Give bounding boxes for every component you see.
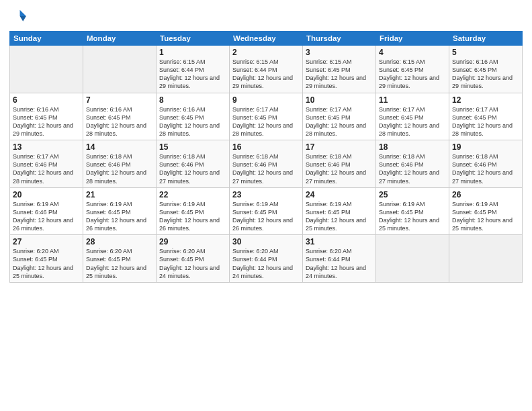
calendar-cell: 15Sunrise: 6:18 AM Sunset: 6:46 PM Dayli… — [157, 140, 230, 188]
day-info: Sunrise: 6:15 AM Sunset: 6:45 PM Dayligh… — [379, 58, 446, 91]
day-number: 10 — [306, 95, 373, 105]
day-number: 20 — [13, 190, 80, 199]
header — [9, 7, 523, 26]
day-info: Sunrise: 6:17 AM Sunset: 6:45 PM Dayligh… — [379, 105, 446, 138]
day-info: Sunrise: 6:15 AM Sunset: 6:44 PM Dayligh… — [232, 58, 300, 91]
day-number: 11 — [379, 95, 446, 105]
day-number: 26 — [452, 190, 519, 199]
calendar-cell: 21Sunrise: 6:19 AM Sunset: 6:45 PM Dayli… — [83, 187, 157, 235]
calendar-cell: 28Sunrise: 6:20 AM Sunset: 6:45 PM Dayli… — [83, 235, 157, 283]
calendar-cell: 16Sunrise: 6:18 AM Sunset: 6:46 PM Dayli… — [230, 140, 303, 188]
day-number: 8 — [159, 95, 226, 105]
calendar-table: SundayMondayTuesdayWednesdayThursdayFrid… — [9, 31, 523, 283]
day-info: Sunrise: 6:18 AM Sunset: 6:46 PM Dayligh… — [452, 152, 519, 185]
weekday-header-thursday: Thursday — [303, 32, 376, 46]
day-number: 15 — [159, 142, 226, 152]
day-info: Sunrise: 6:18 AM Sunset: 6:46 PM Dayligh… — [232, 152, 300, 185]
day-info: Sunrise: 6:20 AM Sunset: 6:45 PM Dayligh… — [13, 247, 80, 280]
day-info: Sunrise: 6:17 AM Sunset: 6:45 PM Dayligh… — [306, 105, 373, 138]
day-number: 17 — [306, 142, 373, 152]
day-info: Sunrise: 6:15 AM Sunset: 6:45 PM Dayligh… — [306, 58, 373, 91]
calendar-week-row: 6Sunrise: 6:16 AM Sunset: 6:45 PM Daylig… — [10, 93, 523, 140]
calendar-cell: 18Sunrise: 6:18 AM Sunset: 6:46 PM Dayli… — [376, 140, 449, 188]
calendar-cell: 10Sunrise: 6:17 AM Sunset: 6:45 PM Dayli… — [303, 93, 376, 140]
day-number: 23 — [232, 190, 300, 199]
calendar-cell: 7Sunrise: 6:16 AM Sunset: 6:45 PM Daylig… — [83, 93, 157, 140]
calendar-cell — [83, 46, 157, 93]
calendar-cell — [449, 235, 523, 283]
calendar-week-row: 20Sunrise: 6:19 AM Sunset: 6:46 PM Dayli… — [10, 187, 523, 235]
calendar-cell: 22Sunrise: 6:19 AM Sunset: 6:45 PM Dayli… — [157, 187, 230, 235]
day-number: 27 — [13, 237, 80, 246]
calendar-cell — [10, 46, 83, 93]
calendar-cell: 27Sunrise: 6:20 AM Sunset: 6:45 PM Dayli… — [10, 235, 83, 283]
calendar-cell: 9Sunrise: 6:17 AM Sunset: 6:45 PM Daylig… — [230, 93, 303, 140]
calendar-cell: 20Sunrise: 6:19 AM Sunset: 6:46 PM Dayli… — [10, 187, 83, 235]
day-number: 28 — [86, 237, 153, 246]
day-info: Sunrise: 6:19 AM Sunset: 6:45 PM Dayligh… — [232, 200, 300, 233]
calendar-cell: 14Sunrise: 6:18 AM Sunset: 6:46 PM Dayli… — [83, 140, 157, 188]
svg-marker-1 — [20, 16, 26, 21]
day-number: 21 — [86, 190, 153, 199]
day-number: 22 — [159, 190, 226, 199]
day-number: 9 — [232, 95, 300, 105]
weekday-header-sunday: Sunday — [10, 32, 83, 46]
day-number: 6 — [13, 95, 80, 105]
day-info: Sunrise: 6:17 AM Sunset: 6:45 PM Dayligh… — [452, 105, 519, 138]
day-number: 14 — [86, 142, 153, 152]
weekday-header-saturday: Saturday — [449, 32, 523, 46]
day-info: Sunrise: 6:19 AM Sunset: 6:45 PM Dayligh… — [159, 200, 226, 233]
day-info: Sunrise: 6:16 AM Sunset: 6:45 PM Dayligh… — [159, 105, 226, 138]
weekday-header-monday: Monday — [83, 32, 157, 46]
day-info: Sunrise: 6:16 AM Sunset: 6:45 PM Dayligh… — [452, 58, 519, 91]
calendar-week-row: 1Sunrise: 6:15 AM Sunset: 6:44 PM Daylig… — [10, 46, 523, 93]
day-info: Sunrise: 6:20 AM Sunset: 6:45 PM Dayligh… — [159, 247, 226, 280]
day-info: Sunrise: 6:19 AM Sunset: 6:45 PM Dayligh… — [379, 200, 446, 233]
day-info: Sunrise: 6:15 AM Sunset: 6:44 PM Dayligh… — [159, 58, 226, 91]
day-number: 2 — [232, 48, 300, 57]
day-number: 30 — [232, 237, 300, 246]
day-number: 16 — [232, 142, 300, 152]
day-info: Sunrise: 6:20 AM Sunset: 6:44 PM Dayligh… — [306, 247, 373, 280]
day-info: Sunrise: 6:17 AM Sunset: 6:45 PM Dayligh… — [232, 105, 300, 138]
calendar-cell: 31Sunrise: 6:20 AM Sunset: 6:44 PM Dayli… — [303, 235, 376, 283]
calendar-cell: 11Sunrise: 6:17 AM Sunset: 6:45 PM Dayli… — [376, 93, 449, 140]
calendar-cell: 29Sunrise: 6:20 AM Sunset: 6:45 PM Dayli… — [157, 235, 230, 283]
day-number: 25 — [379, 190, 446, 199]
weekday-header-wednesday: Wednesday — [230, 32, 303, 46]
calendar-cell: 1Sunrise: 6:15 AM Sunset: 6:44 PM Daylig… — [157, 46, 230, 93]
day-number: 29 — [159, 237, 226, 246]
day-number: 7 — [86, 95, 153, 105]
day-info: Sunrise: 6:19 AM Sunset: 6:45 PM Dayligh… — [452, 200, 519, 233]
day-number: 5 — [452, 48, 519, 57]
day-number: 18 — [379, 142, 446, 152]
day-info: Sunrise: 6:20 AM Sunset: 6:45 PM Dayligh… — [86, 247, 153, 280]
weekday-header-row: SundayMondayTuesdayWednesdayThursdayFrid… — [10, 32, 523, 46]
calendar-cell: 24Sunrise: 6:19 AM Sunset: 6:45 PM Dayli… — [303, 187, 376, 235]
calendar-cell: 25Sunrise: 6:19 AM Sunset: 6:45 PM Dayli… — [376, 187, 449, 235]
calendar-week-row: 27Sunrise: 6:20 AM Sunset: 6:45 PM Dayli… — [10, 235, 523, 283]
day-info: Sunrise: 6:19 AM Sunset: 6:46 PM Dayligh… — [13, 200, 80, 233]
day-number: 1 — [159, 48, 226, 57]
calendar-week-row: 13Sunrise: 6:17 AM Sunset: 6:46 PM Dayli… — [10, 140, 523, 188]
day-number: 3 — [306, 48, 373, 57]
calendar-cell: 5Sunrise: 6:16 AM Sunset: 6:45 PM Daylig… — [449, 46, 523, 93]
calendar-cell: 30Sunrise: 6:20 AM Sunset: 6:44 PM Dayli… — [230, 235, 303, 283]
day-number: 19 — [452, 142, 519, 152]
calendar-cell: 26Sunrise: 6:19 AM Sunset: 6:45 PM Dayli… — [449, 187, 523, 235]
calendar-cell: 19Sunrise: 6:18 AM Sunset: 6:46 PM Dayli… — [449, 140, 523, 188]
logo-icon — [9, 7, 28, 26]
calendar-cell: 2Sunrise: 6:15 AM Sunset: 6:44 PM Daylig… — [230, 46, 303, 93]
day-number: 12 — [452, 95, 519, 105]
day-info: Sunrise: 6:17 AM Sunset: 6:46 PM Dayligh… — [13, 152, 80, 185]
calendar-cell: 12Sunrise: 6:17 AM Sunset: 6:45 PM Dayli… — [449, 93, 523, 140]
day-number: 31 — [306, 237, 373, 246]
calendar-cell — [376, 235, 449, 283]
calendar-cell: 4Sunrise: 6:15 AM Sunset: 6:45 PM Daylig… — [376, 46, 449, 93]
calendar-cell: 23Sunrise: 6:19 AM Sunset: 6:45 PM Dayli… — [230, 187, 303, 235]
calendar-cell: 6Sunrise: 6:16 AM Sunset: 6:45 PM Daylig… — [10, 93, 83, 140]
day-number: 24 — [306, 190, 373, 199]
calendar-cell: 3Sunrise: 6:15 AM Sunset: 6:45 PM Daylig… — [303, 46, 376, 93]
day-number: 13 — [13, 142, 80, 152]
day-info: Sunrise: 6:18 AM Sunset: 6:46 PM Dayligh… — [86, 152, 153, 185]
